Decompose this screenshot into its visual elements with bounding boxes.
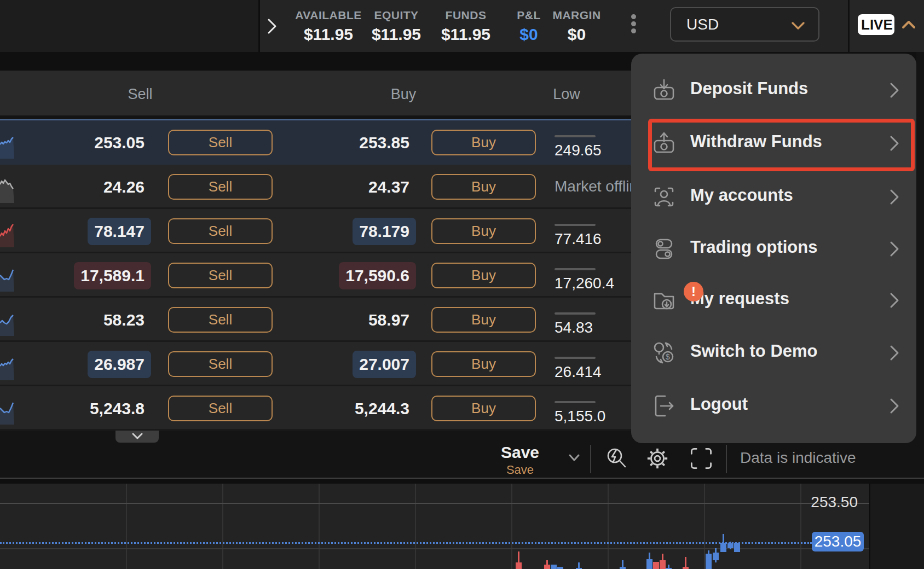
stat-margin: MARGIN$0 [545,0,608,52]
menu-item-switch-to-demo[interactable]: $ Switch to Demo [631,327,916,379]
chevron-up-icon[interactable] [900,19,917,33]
low-value: 5,155.0 [555,408,605,425]
requests-icon: ! [651,287,677,313]
low-value: 249.65 [555,142,602,159]
candle-body [646,559,652,569]
chart-plot-area[interactable] [0,484,869,569]
price-axis-label: 253.50 [766,493,858,511]
kebab-menu-icon[interactable] [627,12,639,40]
buy-price: 58.97 [296,298,416,342]
sell-button[interactable]: Sell [168,396,273,421]
current-price-badge: 253.05 [812,532,864,551]
sell-price: 26.987 [31,342,151,386]
sell-button[interactable]: Sell [168,130,273,155]
day-range-bar [555,401,596,403]
candle-body [557,567,563,569]
account-menu-panel: Deposit Funds Withdraw Funds My accounts… [631,54,916,443]
grid-line [608,484,609,569]
collapse-watchlist-button[interactable] [116,431,159,443]
buy-button[interactable]: Buy [431,307,536,333]
buy-price: 253.85 [296,120,416,165]
sell-button[interactable]: Sell [168,174,273,200]
menu-item-label: Deposit Funds [690,79,808,98]
top-bar-account-section: LIVE [848,0,924,52]
menu-item-my-requests[interactable]: ! My requests [631,274,916,327]
candle-body [620,567,626,569]
candle-body [683,567,689,569]
sell-button[interactable]: Sell [168,351,273,377]
grid-line [222,484,223,569]
buy-button[interactable]: Buy [431,351,536,377]
menu-item-label: Trading options [690,237,818,257]
chevron-right-icon [889,397,900,417]
save-layout-control[interactable]: Save Save [482,443,558,477]
trading-options-icon [651,236,677,262]
lightning-search-icon[interactable] [604,446,628,471]
withdraw-icon [651,130,677,156]
menu-item-label: Logout [690,394,748,414]
candle-body [720,543,726,552]
candle-body [734,543,740,552]
sell-price: 78.147 [31,209,151,253]
chart-price-axis[interactable] [869,484,924,569]
menu-item-label: My requests [690,289,789,309]
demo-swap-icon: $ [651,340,677,366]
grid-line [0,503,869,504]
menu-item-my-accounts[interactable]: My accounts [631,171,916,223]
low-value: 77.416 [555,230,602,248]
day-range-bar [555,268,596,270]
menu-item-logout[interactable]: Logout [631,380,916,432]
live-mode-button[interactable]: LIVE [858,14,894,35]
currency-select[interactable]: USD [670,7,819,42]
expand-panel-chevron-icon[interactable] [265,16,279,36]
buy-button[interactable]: Buy [431,174,536,200]
sparkline-icon [0,214,14,247]
save-sublabel: Save [482,463,558,477]
candle-body [551,565,557,569]
chevron-right-icon [889,188,900,208]
candle-body [544,565,550,569]
stat-equity: EQUITY$11.95 [358,0,435,52]
chevron-right-icon [889,344,900,364]
chevron-right-icon [889,82,900,101]
gear-icon[interactable] [645,446,669,471]
grid-line [126,484,127,569]
accounts-icon [651,184,677,210]
candle-body [706,554,712,569]
buy-button[interactable]: Buy [431,396,536,421]
current-price-line [0,542,812,544]
candle-body [713,553,719,560]
buy-price: 24.37 [296,165,416,209]
fullscreen-icon[interactable] [689,446,713,471]
chevron-right-icon [889,292,900,311]
chevron-right-icon [889,240,900,260]
menu-item-trading-options[interactable]: Trading options [631,223,916,275]
sell-button[interactable]: Sell [168,263,273,288]
sell-button[interactable]: Sell [168,218,273,244]
svg-text:$: $ [666,352,670,361]
sell-button[interactable]: Sell [168,307,273,333]
grid-line [319,484,320,569]
candle-body [727,543,734,548]
menu-item-deposit-funds[interactable]: Deposit Funds [631,64,916,117]
low-value: 26.414 [555,363,602,381]
low-value: 17,260.4 [555,275,614,292]
chevron-down-icon[interactable] [567,453,581,465]
chevron-down-icon [790,20,806,31]
data-indicative-notice: Data is indicative [740,449,856,467]
buy-button[interactable]: Buy [431,263,536,288]
grid-line [511,484,512,569]
currency-value: USD [686,16,719,33]
save-label: Save [482,443,558,462]
column-header-buy: Buy [349,86,458,103]
price-chart[interactable] [0,478,924,569]
buy-button[interactable]: Buy [431,218,536,244]
sell-price: 24.26 [31,165,151,209]
top-bar-left-panel [0,0,260,52]
candle-body [653,562,659,569]
column-header-sell: Sell [85,86,195,103]
buy-button[interactable]: Buy [431,130,536,155]
grid-line [704,484,705,569]
day-range-bar [555,224,596,226]
menu-item-withdraw-funds[interactable]: Withdraw Funds [631,117,916,170]
